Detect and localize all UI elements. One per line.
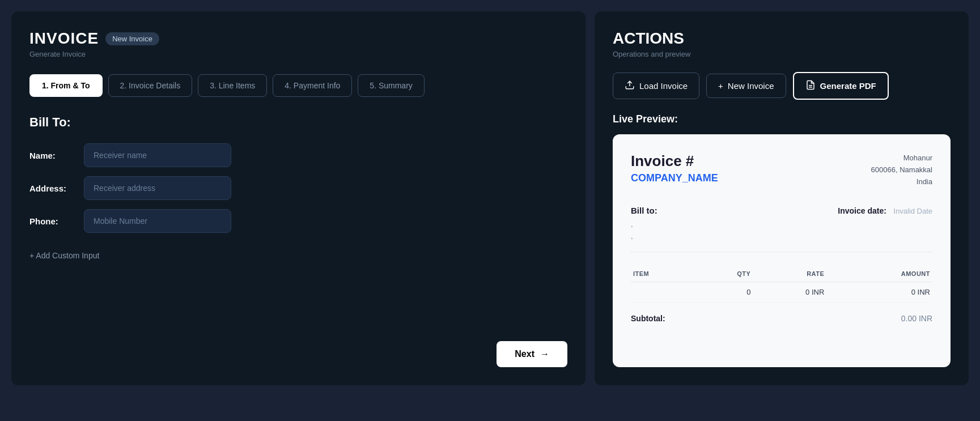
preview-date-label: Invoice date:: [838, 206, 886, 215]
invoice-title: INVOICE: [29, 29, 99, 48]
preview-invoice-number: Invoice #: [631, 152, 718, 170]
next-label: Next: [515, 349, 534, 359]
col-header-item: ITEM: [631, 266, 695, 282]
row-amount: 0 INR: [826, 282, 932, 302]
pdf-icon: [805, 80, 816, 92]
invoice-preview: Invoice # COMPANY_NAME Mohanur 600066, N…: [613, 134, 951, 367]
col-header-amount: AMOUNT: [826, 266, 932, 282]
name-form-group: Name:: [29, 143, 567, 167]
load-invoice-label: Load Invoice: [639, 81, 688, 91]
phone-input[interactable]: [84, 209, 231, 233]
preview-bill-to-label: Bill to:: [631, 206, 657, 215]
preview-table: ITEM QTY RATE AMOUNT 0 0 INR 0 INR: [631, 266, 932, 303]
new-invoice-badge: New Invoice: [105, 32, 159, 45]
phone-label: Phone:: [29, 216, 75, 226]
plus-icon: +: [718, 81, 723, 91]
invoice-header: INVOICE New Invoice: [29, 29, 567, 48]
row-rate: 0 INR: [753, 282, 826, 302]
left-panel: INVOICE New Invoice Generate Invoice 1. …: [11, 11, 586, 385]
preview-address: Mohanur 600066, Namakkal India: [871, 152, 932, 188]
bill-to-title: Bill To:: [29, 115, 567, 130]
subtotal-value: 0.00 INR: [901, 314, 932, 323]
receiver-name-input[interactable]: [84, 143, 231, 167]
subtotal-label: Subtotal:: [631, 314, 665, 323]
tab-invoice-details[interactable]: 2. Invoice Details: [108, 74, 193, 97]
col-header-rate: RATE: [753, 266, 826, 282]
arrow-right-icon: →: [540, 349, 549, 359]
right-panel: ACTIONS Operations and preview Load Invo…: [595, 11, 969, 385]
preview-date-section: Invoice date: Invalid Date: [838, 206, 932, 243]
receiver-address-input[interactable]: [84, 176, 231, 200]
actions-subtitle: Operations and preview: [613, 50, 951, 58]
preview-bill-detail-1: ,: [631, 219, 657, 231]
row-qty: 0: [695, 282, 753, 302]
new-invoice-label: New Invoice: [728, 81, 774, 91]
address-label: Address:: [29, 184, 75, 193]
add-custom-input-button[interactable]: + Add Custom Input: [29, 246, 567, 265]
tab-payment-info[interactable]: 4. Payment Info: [273, 74, 352, 97]
col-header-qty: QTY: [695, 266, 753, 282]
generate-pdf-label: Generate PDF: [820, 81, 876, 91]
preview-bill-to: Bill to: , ,: [631, 206, 657, 243]
preview-date-value: Invalid Date: [893, 207, 932, 215]
upload-icon: [625, 80, 635, 92]
row-item: [631, 282, 695, 302]
preview-address-line1: Mohanur: [871, 152, 932, 164]
tab-line-items[interactable]: 3. Line Items: [198, 74, 267, 97]
invoice-subtitle: Generate Invoice: [29, 50, 567, 58]
preview-header: Invoice # COMPANY_NAME Mohanur 600066, N…: [631, 152, 932, 188]
actions-title: ACTIONS: [613, 29, 951, 48]
name-label: Name:: [29, 151, 75, 160]
new-invoice-button[interactable]: + New Invoice: [706, 74, 786, 98]
preview-subtotal: Subtotal: 0.00 INR: [631, 309, 932, 323]
actions-buttons: Load Invoice + New Invoice Generate PDF: [613, 72, 951, 100]
main-container: INVOICE New Invoice Generate Invoice 1. …: [11, 11, 969, 385]
preview-bill-detail-2: ,: [631, 231, 657, 243]
steps-nav: 1. From & To 2. Invoice Details 3. Line …: [29, 74, 567, 97]
load-invoice-button[interactable]: Load Invoice: [613, 73, 699, 99]
live-preview-title: Live Preview:: [613, 113, 951, 125]
preview-company-name: COMPANY_NAME: [631, 172, 718, 184]
preview-bill-section: Bill to: , , Invoice date: Invalid Date: [631, 206, 932, 252]
tab-from-to[interactable]: 1. From & To: [29, 74, 103, 97]
address-form-group: Address:: [29, 176, 567, 200]
preview-address-line3: India: [871, 176, 932, 188]
preview-left-header: Invoice # COMPANY_NAME: [631, 152, 718, 184]
tab-summary[interactable]: 5. Summary: [358, 74, 424, 97]
phone-form-group: Phone:: [29, 209, 567, 233]
table-row: 0 0 INR 0 INR: [631, 282, 932, 302]
next-button[interactable]: Next →: [497, 341, 567, 367]
generate-pdf-button[interactable]: Generate PDF: [793, 72, 889, 100]
preview-address-line2: 600066, Namakkal: [871, 164, 932, 176]
